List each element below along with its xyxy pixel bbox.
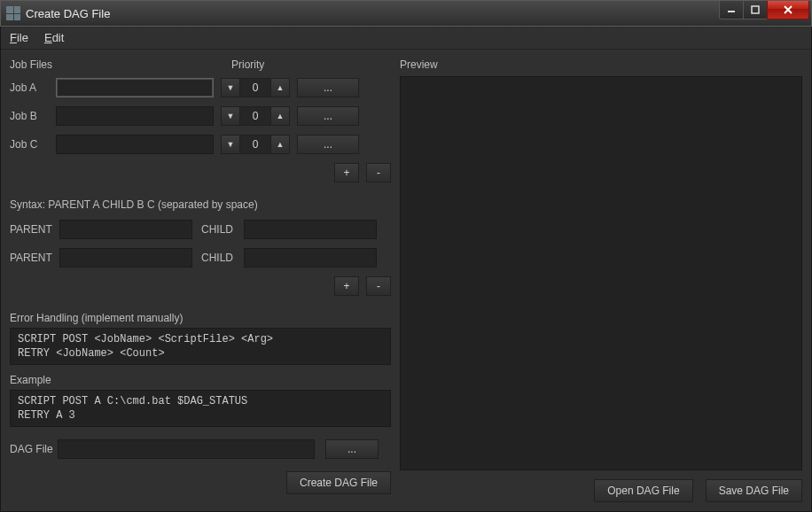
parent-child-row: PARENT CHILD xyxy=(10,218,391,241)
svg-rect-1 xyxy=(752,6,759,13)
save-dag-button[interactable]: Save DAG File xyxy=(706,479,802,502)
child-input-2[interactable] xyxy=(244,248,377,268)
spinner-up-button[interactable]: ▲ xyxy=(270,78,290,97)
dagfile-label: DAG File xyxy=(10,443,58,455)
job-row: Job C ▼ 0 ▲ ... xyxy=(10,133,391,156)
chevron-down-icon: ▼ xyxy=(227,84,235,92)
add-relation-button[interactable]: + xyxy=(334,276,359,296)
preview-box xyxy=(400,76,802,470)
job-row: Job B ▼ 0 ▲ ... xyxy=(10,105,391,128)
job-row: Job A ▼ 0 ▲ ... xyxy=(10,76,391,99)
error-handling-block: SCRIPT POST <JobName> <ScriptFile> <Arg>… xyxy=(10,328,391,365)
spinner-value: 0 xyxy=(240,106,270,126)
job-label: Job C xyxy=(10,138,56,151)
menu-edit[interactable]: Edit xyxy=(44,31,64,44)
spinner-value: 0 xyxy=(240,135,270,154)
spinner-value: 0 xyxy=(240,78,270,97)
parent-input-2[interactable] xyxy=(59,248,192,268)
job-b-browse-button[interactable]: ... xyxy=(297,106,359,126)
window-title: Create DAG File xyxy=(26,7,110,20)
preview-label: Preview xyxy=(400,58,802,71)
job-c-file-input[interactable] xyxy=(56,135,214,154)
example-label: Example xyxy=(10,374,391,386)
job-a-file-input[interactable] xyxy=(56,78,214,97)
syntax-label: Syntax: PARENT A CHILD B C (separated by… xyxy=(10,198,391,211)
dagfile-input[interactable] xyxy=(58,439,315,459)
close-button[interactable] xyxy=(767,1,809,19)
chevron-up-icon: ▲ xyxy=(277,112,285,120)
left-panel: Job Files Priority Job A ▼ 0 ▲ ... Job B xyxy=(10,57,391,502)
add-job-button[interactable]: + xyxy=(334,163,359,182)
minimize-button[interactable] xyxy=(719,1,744,19)
remove-job-button[interactable]: - xyxy=(366,163,391,182)
menubar: File Edit xyxy=(1,27,811,50)
client-area: File Edit Job Files Priority Job A ▼ 0 ▲… xyxy=(0,27,812,512)
child-input-1[interactable] xyxy=(244,220,377,239)
job-a-browse-button[interactable]: ... xyxy=(297,78,359,97)
remove-relation-button[interactable]: - xyxy=(366,276,391,296)
menu-file[interactable]: File xyxy=(10,31,28,44)
right-panel: Preview Open DAG File Save DAG File xyxy=(400,57,802,502)
parent-label: PARENT xyxy=(10,223,59,236)
example-block: SCRIPT POST A C:\cmd.bat $DAG_STATUS RET… xyxy=(10,390,391,427)
spinner-up-button[interactable]: ▲ xyxy=(270,106,290,126)
chevron-up-icon: ▲ xyxy=(277,141,285,149)
job-b-priority-spinner[interactable]: ▼ 0 ▲ xyxy=(221,106,290,126)
spinner-down-button[interactable]: ▼ xyxy=(221,78,240,97)
create-dag-button[interactable]: Create DAG File xyxy=(286,471,391,494)
job-a-priority-spinner[interactable]: ▼ 0 ▲ xyxy=(221,78,290,97)
job-c-browse-button[interactable]: ... xyxy=(297,135,359,154)
chevron-up-icon: ▲ xyxy=(277,84,285,92)
error-handling-label: Error Handling (implement manually) xyxy=(10,312,391,324)
dagfile-browse-button[interactable]: ... xyxy=(325,439,379,459)
priority-header: Priority xyxy=(231,58,264,71)
job-label: Job B xyxy=(10,110,56,122)
spinner-up-button[interactable]: ▲ xyxy=(270,135,290,154)
job-label: Job A xyxy=(10,81,56,94)
jobfiles-header: Job Files xyxy=(10,58,231,71)
maximize-button[interactable] xyxy=(743,1,768,19)
child-label: CHILD xyxy=(201,252,244,264)
svg-rect-0 xyxy=(728,11,735,12)
app-icon xyxy=(6,6,20,20)
open-dag-button[interactable]: Open DAG File xyxy=(594,479,692,502)
job-c-priority-spinner[interactable]: ▼ 0 ▲ xyxy=(221,135,290,154)
job-b-file-input[interactable] xyxy=(56,106,214,126)
parent-child-row: PARENT CHILD xyxy=(10,246,391,269)
chevron-down-icon: ▼ xyxy=(227,112,235,120)
chevron-down-icon: ▼ xyxy=(227,141,235,149)
child-label: CHILD xyxy=(201,223,244,236)
spinner-down-button[interactable]: ▼ xyxy=(221,106,240,126)
titlebar: Create DAG File xyxy=(0,0,812,27)
parent-input-1[interactable] xyxy=(59,220,192,239)
parent-label: PARENT xyxy=(10,252,59,264)
spinner-down-button[interactable]: ▼ xyxy=(221,135,240,154)
